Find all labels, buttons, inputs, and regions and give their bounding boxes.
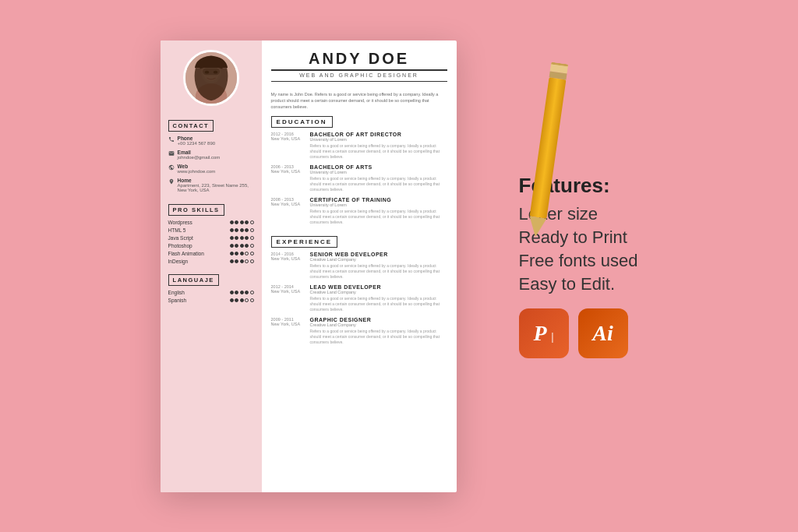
skill-dot xyxy=(245,252,249,255)
skill-dot xyxy=(240,220,244,224)
skill-dot xyxy=(235,228,238,232)
edu-school: University of Lorem xyxy=(310,203,447,207)
skill-dot xyxy=(250,252,254,255)
skill-dot xyxy=(230,220,234,224)
contact-value: Apartment, 223, Street Name 255, New Yor… xyxy=(178,183,254,192)
exp-company: Creative Land Company xyxy=(310,290,447,294)
language-name: English xyxy=(168,290,185,295)
skill-dot xyxy=(240,228,244,232)
contact-list: Phone +00 1234 567 890 Email johndoe@gma… xyxy=(168,136,254,192)
skill-name: Flash Animation xyxy=(168,251,204,256)
lang-dot xyxy=(240,298,244,302)
skill-name: HTML 5 xyxy=(168,227,186,233)
ppt-label: P | xyxy=(533,321,553,346)
skill-dot xyxy=(250,236,254,240)
skill-dot xyxy=(230,259,234,263)
education-list: 2012 - 2016New York, USA BACHELOR OF ART… xyxy=(271,132,447,225)
exp-content: GRAPHIC DESIGNER Creative Land Company R… xyxy=(310,317,447,345)
skill-dot xyxy=(240,252,244,255)
skill-dot xyxy=(245,236,249,240)
resume-name: ANDY DOE xyxy=(271,50,447,71)
exp-content: LEAD WEB DEVELOPER Creative Land Company… xyxy=(310,284,447,312)
exp-title: GRAPHIC DESIGNER xyxy=(310,317,447,322)
skill-dot xyxy=(245,259,249,263)
phone-icon xyxy=(168,136,175,143)
edu-school: University of Lorem xyxy=(310,170,447,174)
resume-card: CONTACT Phone +00 1234 567 890 Email joh… xyxy=(161,41,457,492)
skill-dot xyxy=(240,236,244,240)
edu-desc: Refers to a good or service being offere… xyxy=(310,209,447,225)
illustrator-icon[interactable]: Ai xyxy=(578,308,628,358)
skill-dot xyxy=(250,244,254,248)
skill-dot xyxy=(250,259,254,263)
lang-dot xyxy=(250,291,254,294)
skill-dots xyxy=(230,220,254,224)
skill-dot xyxy=(230,228,234,232)
lang-dot xyxy=(230,298,234,302)
exp-company: Creative Land Company xyxy=(310,322,447,327)
skill-dot xyxy=(240,244,244,248)
contact-title: CONTACT xyxy=(168,120,214,132)
language-section: LANGUAJE English Spanish xyxy=(168,274,254,305)
language-name: Spanish xyxy=(168,298,187,303)
education-item: 2012 - 2016New York, USA BACHELOR OF ART… xyxy=(271,132,447,160)
skill-dot xyxy=(250,220,254,224)
education-title: EDUCATION xyxy=(271,116,333,128)
education-section: EDUCATION 2012 - 2016New York, USA BACHE… xyxy=(271,116,447,230)
exp-desc: Refers to a good or service being offere… xyxy=(310,263,447,280)
lang-dot xyxy=(235,291,238,294)
skill-dots xyxy=(230,236,254,240)
main-container: CONTACT Phone +00 1234 567 890 Email joh… xyxy=(0,0,798,532)
skill-dot xyxy=(245,244,249,248)
contact-details: Phone +00 1234 567 890 xyxy=(178,136,216,146)
resume-subtitle: WEB AND GRAPHIC DESIGNER xyxy=(271,72,447,78)
skill-name: Photoshop xyxy=(168,243,192,248)
experience-title: EXPERIENCE xyxy=(271,236,338,248)
contact-label: Email xyxy=(178,150,221,155)
contact-label: Home xyxy=(178,178,254,183)
skills-section: PRO SKILLS Wordpress HTML 5 Java Script … xyxy=(168,204,254,266)
skill-dot xyxy=(240,259,244,263)
contact-section: CONTACT Phone +00 1234 567 890 Email joh… xyxy=(168,120,254,196)
contact-value: +00 1234 567 890 xyxy=(178,141,216,146)
skills-list: Wordpress HTML 5 Java Script Photoshop F… xyxy=(168,220,254,264)
edu-desc: Refers to a good or service being offere… xyxy=(310,143,447,160)
education-item: 2008 - 2013New York, USA CERTIFICATE OF … xyxy=(271,197,447,225)
edu-desc: Refers to a good or service being offere… xyxy=(310,176,447,192)
language-row: English xyxy=(168,290,254,295)
edu-degree: CERTIFICATE OF TRAINING xyxy=(310,197,447,203)
skill-row: Photoshop xyxy=(168,243,254,248)
skill-row: Wordpress xyxy=(168,220,254,225)
experience-item: 2014 - 2016New York, USA SENIOR WEB DEVE… xyxy=(271,252,447,280)
exp-desc: Refers to a good or service being offere… xyxy=(310,296,447,312)
contact-details: Home Apartment, 223, Street Name 255, Ne… xyxy=(178,178,254,192)
contact-value: www.johndoe.com xyxy=(178,169,216,174)
skill-dots xyxy=(230,228,254,232)
skills-title: PRO SKILLS xyxy=(168,204,224,216)
skill-dot xyxy=(235,236,238,240)
exp-title: SENIOR WEB DEVELOPER xyxy=(310,252,447,257)
lang-dot xyxy=(235,298,238,302)
skill-dot xyxy=(250,228,254,232)
experience-item: 2012 - 2014New York, USA LEAD WEB DEVELO… xyxy=(271,284,447,312)
contact-item: Home Apartment, 223, Street Name 255, Ne… xyxy=(168,178,254,192)
lang-dot xyxy=(240,291,244,294)
skill-dot xyxy=(230,236,234,240)
exp-desc: Refers to a good or service being offere… xyxy=(310,329,447,345)
feature-item: Easy to Edit. xyxy=(519,274,638,294)
edu-content: BACHELOR OF ART DIRECTOR University of L… xyxy=(310,132,447,160)
edu-dates: 2008 - 2013New York, USA xyxy=(271,197,304,225)
skill-row: HTML 5 xyxy=(168,227,254,233)
skill-dot xyxy=(235,244,238,248)
resume-sidebar: CONTACT Phone +00 1234 567 890 Email joh… xyxy=(161,41,262,492)
lang-dot xyxy=(245,298,249,302)
app-icons: P | Ai xyxy=(519,308,628,358)
edu-dates: 2006 - 2013New York, USA xyxy=(271,164,304,192)
edu-school: University of Lorem xyxy=(310,137,447,142)
skill-dot xyxy=(245,220,249,224)
powerpoint-icon[interactable]: P | xyxy=(519,308,569,358)
skill-name: Java Script xyxy=(168,235,193,241)
home-icon xyxy=(168,178,175,185)
experience-item: 2009 - 2011New York, USA GRAPHIC DESIGNE… xyxy=(271,317,447,345)
edu-dates: 2012 - 2016New York, USA xyxy=(271,132,304,160)
